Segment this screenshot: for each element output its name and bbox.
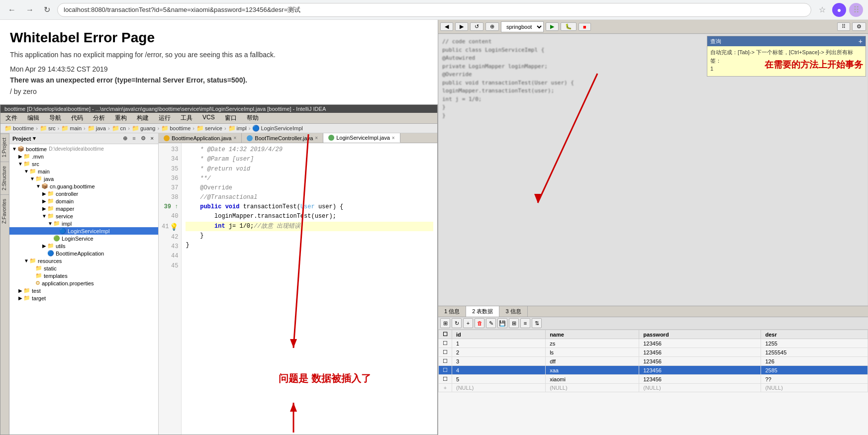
db-sort-btn[interactable]: ⇅ bbox=[532, 318, 542, 328]
menu-run[interactable]: 运行 bbox=[154, 113, 176, 123]
tree-item-appprops[interactable]: ⚙ application.properties bbox=[9, 279, 158, 287]
run-btn[interactable]: ▶ bbox=[546, 22, 559, 31]
reload-button[interactable]: ↻ bbox=[41, 3, 53, 16]
db-tab-info2[interactable]: 3 信息 bbox=[499, 306, 527, 317]
cb-1[interactable]: ☐ bbox=[439, 339, 452, 348]
bc-main[interactable]: 📁 main bbox=[61, 125, 82, 132]
locate-icon[interactable]: ⊕ bbox=[121, 135, 129, 142]
tree-item-controller[interactable]: ▶ 📁 controller bbox=[9, 190, 158, 197]
table-row[interactable]: ☐ 3 dff 123456 126 bbox=[439, 357, 868, 366]
tree-item-java[interactable]: ▼ 📁 java bbox=[9, 175, 158, 182]
tree-item-service[interactable]: ▼ 📁 service bbox=[9, 212, 158, 220]
cb-3[interactable]: ☐ bbox=[439, 357, 452, 366]
tab-label-boottimeapp: BoottimeApplication.java bbox=[172, 135, 231, 141]
cb-2[interactable]: ☐ bbox=[439, 348, 452, 357]
tab-boottimeapp[interactable]: BoottimeApplication.java × bbox=[159, 133, 242, 143]
settings-icon[interactable]: ⚙ bbox=[139, 135, 147, 142]
settings-btn[interactable]: ⚙ bbox=[852, 22, 866, 31]
tree-item-loginserviceimpl[interactable]: 🔵 LoginServiceImpl bbox=[9, 227, 158, 235]
db-delete-btn[interactable]: 🗑 bbox=[475, 318, 484, 328]
db-edit-btn[interactable]: ✎ bbox=[486, 318, 496, 328]
menu-icon[interactable]: ⠿ bbox=[849, 3, 863, 17]
right-tool-btn-1[interactable]: ◀ bbox=[440, 22, 453, 31]
tree-item-src[interactable]: ▼ 📁 src bbox=[9, 160, 158, 168]
collapse-icon[interactable]: ≡ bbox=[131, 135, 137, 142]
menu-nav[interactable]: 导航 bbox=[44, 113, 66, 123]
tree-item-utils[interactable]: ▶ 📁 utils bbox=[9, 242, 158, 250]
menu-window[interactable]: 窗口 bbox=[220, 113, 242, 123]
bc-cn[interactable]: 📁 cn bbox=[112, 125, 126, 132]
tree-item-main[interactable]: ▼ 📁 main bbox=[9, 168, 158, 175]
menu-code[interactable]: 代码 bbox=[66, 113, 88, 123]
table-row[interactable]: ☐ 5 xiaomi 123456 ?? bbox=[439, 375, 868, 384]
forward-button[interactable]: → bbox=[23, 3, 37, 16]
table-row[interactable]: ☐ 2 ls 123456 1255545 bbox=[439, 348, 868, 357]
tree-item-mapper[interactable]: ▶ 📁 mapper bbox=[9, 205, 158, 212]
table-row-selected[interactable]: ☐ 4 xaa 123456 2585 bbox=[439, 366, 868, 375]
ac-text: 自动完成：[Tab]-> 下一个标签，[Ctrl+Space]-> 列出所有标签… bbox=[710, 48, 863, 73]
tree-item-loginservice[interactable]: 🟢 LoginService bbox=[9, 235, 158, 242]
db-tab-data[interactable]: 2 表数据 bbox=[466, 306, 499, 317]
tree-item-domain[interactable]: ▶ 📁 domain bbox=[9, 197, 158, 205]
profile-icon[interactable]: ● bbox=[832, 3, 846, 17]
db-grid-btn[interactable]: ⊞ bbox=[509, 318, 519, 328]
tree-item-test[interactable]: ▶ 📁 test bbox=[9, 287, 158, 294]
debug-btn[interactable]: 🐛 bbox=[561, 22, 577, 31]
code-content[interactable]: * @Date 14:32 2019/4/29 * @Param [user] … bbox=[182, 143, 437, 435]
address-bar[interactable] bbox=[57, 3, 811, 17]
side-tab-structure[interactable]: 2:Structure bbox=[0, 162, 9, 194]
error-details: Mon Apr 29 14:43:52 CST 2019 There was a… bbox=[10, 64, 428, 97]
menu-analyze[interactable]: 分析 bbox=[88, 113, 110, 123]
right-tool-btn-4[interactable]: ⊕ bbox=[485, 22, 499, 31]
db-btn-1[interactable]: ↻ bbox=[452, 318, 462, 328]
tab-close-controller[interactable]: × bbox=[315, 135, 318, 141]
menu-edit[interactable]: 编辑 bbox=[22, 113, 44, 123]
bc-loginserviceimpl[interactable]: 🔵 LoginServiceImpl bbox=[252, 125, 302, 132]
tab-close-boottimeapp[interactable]: × bbox=[233, 135, 236, 141]
tree-item-target[interactable]: ▶ 📁 target bbox=[9, 294, 158, 302]
bc-service[interactable]: 📁 service bbox=[196, 125, 222, 132]
tab-controller[interactable]: BootTimeController.java × bbox=[242, 133, 323, 143]
cb-5[interactable]: ☐ bbox=[439, 375, 452, 384]
db-filter-btn[interactable]: ⊞ bbox=[440, 318, 450, 328]
stop-btn[interactable]: ■ bbox=[579, 23, 591, 31]
menu-refactor[interactable]: 重构 bbox=[110, 113, 132, 123]
menu-file[interactable]: 文件 bbox=[0, 113, 22, 123]
menu-help[interactable]: 帮助 bbox=[242, 113, 264, 123]
tree-item-mvn[interactable]: ▶ 📁 .mvn bbox=[9, 153, 158, 160]
bc-java[interactable]: 📁 java bbox=[88, 125, 106, 132]
menu-vcs[interactable]: VCS bbox=[197, 113, 220, 123]
side-tab-project[interactable]: 1:Project bbox=[0, 133, 9, 161]
tab-close-loginservice[interactable]: × bbox=[392, 135, 395, 141]
bc-boottime[interactable]: 📁 boottime bbox=[4, 125, 34, 132]
menu-build[interactable]: 构建 bbox=[132, 113, 154, 123]
bc-boottime2[interactable]: 📁 boottime bbox=[161, 125, 191, 132]
tree-item-impl[interactable]: ▼ 📁 impl bbox=[9, 220, 158, 227]
close-panel-icon[interactable]: × bbox=[149, 135, 155, 142]
tree-item-resources[interactable]: ▼ 📁 resources bbox=[9, 257, 158, 264]
tree-item-static[interactable]: 📁 static bbox=[9, 264, 158, 272]
tree-item-package[interactable]: ▼ 📦 cn.guang.boottime bbox=[9, 182, 158, 190]
db-save-btn[interactable]: 💾 bbox=[497, 318, 507, 328]
bc-src[interactable]: 📁 src bbox=[40, 125, 56, 132]
cb-4[interactable]: ☐ bbox=[439, 366, 452, 375]
right-tool-btn-2[interactable]: ▶ bbox=[455, 22, 468, 31]
bc-guang[interactable]: 📁 guang bbox=[132, 125, 156, 132]
more-btn[interactable]: ⠿ bbox=[837, 22, 850, 31]
menu-tools[interactable]: 工具 bbox=[176, 113, 197, 123]
tree-item-boottime[interactable]: ▼ 📦 boottime D:\develop\idea\boottime bbox=[9, 145, 158, 153]
star-icon[interactable]: ☆ bbox=[815, 3, 829, 17]
ac-plus-button[interactable]: + bbox=[859, 37, 863, 45]
table-row[interactable]: ☐ 1 zs 123456 1255 bbox=[439, 339, 868, 348]
run-config-dropdown[interactable]: springboot bbox=[501, 21, 544, 32]
back-button[interactable]: ← bbox=[5, 3, 19, 16]
right-tool-btn-3[interactable]: ↺ bbox=[470, 22, 483, 31]
db-add-btn[interactable]: + bbox=[463, 318, 473, 328]
side-tab-favorites[interactable]: Z:Favorites bbox=[0, 194, 9, 228]
tree-item-templates[interactable]: 📁 templates bbox=[9, 272, 158, 279]
db-list-btn[interactable]: ≡ bbox=[520, 318, 530, 328]
bc-impl[interactable]: 📁 impl bbox=[228, 125, 247, 132]
db-tab-info[interactable]: 1 信息 bbox=[438, 306, 466, 317]
tree-item-boottimeapp[interactable]: 🔵 BoottimeApplication bbox=[9, 250, 158, 257]
tab-loginservice[interactable]: LoginServiceImpl.java × bbox=[323, 133, 400, 143]
